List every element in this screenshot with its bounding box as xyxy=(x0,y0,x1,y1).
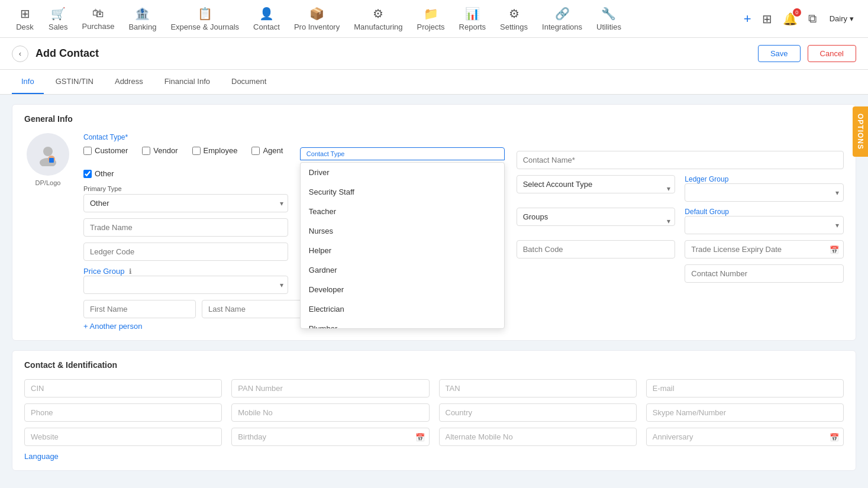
default-group-label: Default Group xyxy=(685,208,844,216)
expense-icon: 📋 xyxy=(198,7,212,21)
tab-document[interactable]: Document xyxy=(222,70,276,94)
center-form-column: Contact Type Driver Security Staff Teach… xyxy=(300,133,505,329)
ct-item-electrician[interactable]: Electrician xyxy=(301,299,504,319)
nav-projects[interactable]: 📁 Projects xyxy=(411,3,451,35)
nav-desk[interactable]: ⊞ Desk xyxy=(9,3,40,35)
primary-type-select[interactable]: Other Customer Vendor Employee Agent xyxy=(83,194,288,212)
nav-contact[interactable]: 👤 Contact xyxy=(247,3,286,35)
ct-item-developer[interactable]: Developer xyxy=(301,280,504,299)
contact-number-input[interactable] xyxy=(685,264,844,283)
default-group-field: Default Group ▾ xyxy=(685,208,844,234)
language-label[interactable]: Language xyxy=(24,452,844,461)
ct-item-helper[interactable]: Helper xyxy=(301,241,504,260)
ct-item-gardner[interactable]: Gardner xyxy=(301,260,504,280)
checkbox-agent[interactable]: Agent xyxy=(251,146,283,155)
contact-name-field xyxy=(517,151,844,169)
tab-address[interactable]: Address xyxy=(105,70,153,94)
contact-type-dropdown-list: Driver Security Staff Teacher Nurses Hel… xyxy=(300,162,505,329)
calendar-icon: 📅 xyxy=(415,432,425,441)
empty-field xyxy=(517,264,676,283)
skype-input[interactable] xyxy=(646,403,844,422)
nav-banking[interactable]: 🏦 Banking xyxy=(122,3,162,35)
groups-select[interactable]: Groups xyxy=(517,208,676,226)
nav-settings[interactable]: ⚙ Settings xyxy=(494,3,534,35)
back-button[interactable]: ‹ xyxy=(12,46,28,62)
phone-input[interactable] xyxy=(24,403,222,422)
price-group-label: Price Group ℹ xyxy=(83,267,288,276)
trade-license-input[interactable] xyxy=(685,240,844,258)
vendor-checkbox[interactable] xyxy=(142,147,150,155)
cancel-button[interactable]: Cancel xyxy=(808,45,856,62)
ct-item-teacher[interactable]: Teacher xyxy=(301,202,504,221)
notification-badge: 0 xyxy=(793,8,801,17)
checkbox-other[interactable]: Other xyxy=(83,169,114,178)
top-navigation: ⊞ Desk 🛒 Sales 🛍 Purchase 🏦 Banking 📋 Ex… xyxy=(0,0,868,38)
last-name-input[interactable] xyxy=(202,300,314,318)
user-menu[interactable]: Dairy ▾ xyxy=(825,12,859,25)
ct-item-security-staff[interactable]: Security Staff xyxy=(301,182,504,202)
nav-integrations[interactable]: 🔗 Integrations xyxy=(536,3,588,35)
checkbox-vendor[interactable]: Vendor xyxy=(142,146,178,155)
nav-manufacturing[interactable]: ⚙ Manufacturing xyxy=(348,3,408,35)
add-button[interactable]: + xyxy=(741,9,754,29)
pan-input[interactable] xyxy=(231,379,429,397)
svg-point-0 xyxy=(43,147,53,156)
account-type-select[interactable]: Select Account Type xyxy=(517,175,676,193)
page-title: Add Contact xyxy=(36,47,751,60)
nav-reports[interactable]: 📊 Reports xyxy=(453,3,492,35)
contact-identification-section: Contact & Identification 📅 📅 Language xyxy=(12,350,856,471)
birthday-input[interactable] xyxy=(231,428,429,446)
anniversary-input[interactable] xyxy=(646,428,844,446)
options-sidebar[interactable]: OPTIONS xyxy=(853,106,868,157)
cin-input[interactable] xyxy=(24,379,222,397)
account-legal-row: Select Account Type ▾ Ledger Group ▾ xyxy=(517,175,844,202)
groups-select-wrapper: Groups ▾ xyxy=(517,208,676,234)
nav-sales[interactable]: 🛒 Sales xyxy=(43,3,74,35)
trade-name-input[interactable] xyxy=(83,218,288,237)
default-group-select[interactable] xyxy=(685,216,844,234)
employee-checkbox[interactable] xyxy=(192,147,201,155)
ledger-group-select-wrapper: ▾ xyxy=(685,183,844,202)
price-group-select-wrapper: ▾ xyxy=(83,276,288,294)
contact-name-input[interactable] xyxy=(517,151,844,169)
website-input[interactable] xyxy=(24,428,222,446)
tab-financial[interactable]: Financial Info xyxy=(155,70,220,94)
save-button[interactable]: Save xyxy=(758,45,801,62)
tan-input[interactable] xyxy=(439,379,637,397)
ct-dropdown-scroll[interactable]: Driver Security Staff Teacher Nurses Hel… xyxy=(301,163,504,328)
ct-item-driver[interactable]: Driver xyxy=(301,163,504,182)
nav-pro-inventory[interactable]: 📦 Pro Inventory xyxy=(288,3,346,35)
nav-expense[interactable]: 📋 Expense & Journals xyxy=(164,3,245,35)
checkbox-employee[interactable]: Employee xyxy=(192,146,238,155)
ledger-group-select[interactable] xyxy=(685,183,844,202)
layout-button[interactable]: ⧉ xyxy=(806,9,819,28)
first-name-input[interactable] xyxy=(83,300,196,318)
pro-inventory-icon: 📦 xyxy=(309,7,324,21)
checkbox-customer[interactable]: Customer xyxy=(83,146,128,155)
birthday-field: 📅 xyxy=(231,428,429,446)
primary-type-select-wrapper: Other Customer Vendor Employee Agent ▾ xyxy=(83,194,288,212)
price-group-select[interactable] xyxy=(83,276,288,294)
tab-gstin[interactable]: GSTIN/TIN xyxy=(46,70,103,94)
nav-utilities[interactable]: 🔧 Utilities xyxy=(591,3,627,35)
nav-purchase[interactable]: 🛍 Purchase xyxy=(76,3,121,34)
avatar[interactable] xyxy=(27,133,69,176)
alt-mobile-input[interactable] xyxy=(439,428,637,446)
customer-checkbox[interactable] xyxy=(83,147,92,155)
add-person-button[interactable]: + Another person xyxy=(83,322,288,331)
ct-item-plumber[interactable]: Plumber xyxy=(301,319,504,328)
tab-info[interactable]: Info xyxy=(12,70,44,94)
email-input[interactable] xyxy=(646,379,844,397)
grid-button[interactable]: ⊞ xyxy=(760,9,775,28)
batch-code-input[interactable] xyxy=(517,240,676,258)
ledger-group-label: Ledger Group xyxy=(685,175,844,183)
ct-item-nurses[interactable]: Nurses xyxy=(301,221,504,241)
ledger-code-input[interactable] xyxy=(83,243,288,261)
other-checkbox[interactable] xyxy=(83,170,92,178)
svg-rect-3 xyxy=(49,158,54,163)
mobile-input[interactable] xyxy=(231,403,429,422)
agent-checkbox[interactable] xyxy=(251,147,260,155)
country-input[interactable] xyxy=(439,403,637,422)
default-group-select-wrapper: ▾ xyxy=(685,216,844,234)
notification-button[interactable]: 🔔 0 xyxy=(780,9,800,28)
